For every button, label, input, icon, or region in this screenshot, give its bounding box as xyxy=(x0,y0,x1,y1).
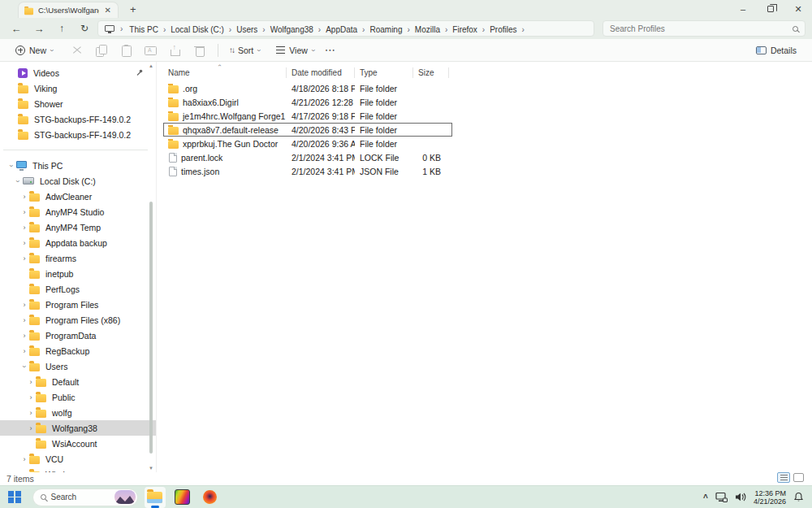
sidebar-item-anymp4-studio[interactable]: ›AnyMP4 Studio xyxy=(0,204,156,219)
column-header-name[interactable]: Name xyxy=(163,67,287,78)
sidebar-item-inetpub[interactable]: inetpub xyxy=(0,266,156,281)
column-header-date-modified[interactable]: Date modified xyxy=(287,67,355,78)
chevron-right-icon[interactable]: › xyxy=(19,332,29,340)
breadcrumb-item[interactable]: Roaming xyxy=(367,25,404,34)
sidebar-item-adwcleaner[interactable]: ›AdwCleaner xyxy=(0,189,156,204)
address-bar[interactable]: › This PC›Local Disk (C:)›Users›Wolfgang… xyxy=(97,20,594,37)
chevron-right-icon[interactable]: › xyxy=(19,254,29,263)
file-row[interactable]: parent.lock2/1/2024 3:41 PMLOCK File0 KB xyxy=(163,150,452,164)
paste-icon[interactable] xyxy=(120,45,132,56)
cut-icon[interactable] xyxy=(71,45,83,56)
chevron-right-icon[interactable]: › xyxy=(19,301,29,309)
notifications-bell-icon[interactable] xyxy=(793,492,804,502)
taskbar-gradient-app[interactable] xyxy=(172,487,193,508)
sidebar-item-viking[interactable]: Viking xyxy=(0,80,156,96)
forward-button[interactable]: → xyxy=(29,23,49,35)
details-pane-button[interactable]: Details xyxy=(750,43,802,58)
rename-icon[interactable] xyxy=(145,45,156,56)
new-button[interactable]: New › xyxy=(10,43,58,58)
file-row[interactable]: je1m4hrc.Wolfgang Forge14/17/2026 9:18 P… xyxy=(163,109,452,123)
sidebar-item-windows[interactable]: ›Windows xyxy=(0,467,156,472)
scroll-up-icon[interactable]: ▲ xyxy=(149,63,153,68)
sidebar-item-regbackup[interactable]: ›RegBackup xyxy=(0,343,156,358)
chevron-down-icon[interactable]: › xyxy=(14,176,22,186)
copy-icon[interactable] xyxy=(96,45,107,56)
start-button[interactable] xyxy=(8,491,21,504)
taskbar-file-explorer[interactable] xyxy=(145,487,166,508)
sidebar-item-program-files-x86-[interactable]: ›Program Files (x86) xyxy=(0,312,156,328)
scroll-down-icon[interactable]: ▼ xyxy=(149,466,153,471)
new-tab-button[interactable]: + xyxy=(130,3,136,15)
share-icon[interactable] xyxy=(169,45,180,56)
chevron-right-icon[interactable]: › xyxy=(19,193,29,201)
sidebar-item-stg-backups-ff-149-0-2[interactable]: STG-backups-FF-149.0.2 xyxy=(0,111,156,127)
sidebar-item-programdata[interactable]: ›ProgramData xyxy=(0,328,156,343)
breadcrumb-item[interactable]: Wolfgang38 xyxy=(268,25,316,34)
chevron-down-icon[interactable]: › xyxy=(20,362,28,371)
explorer-tab[interactable]: C:\Users\Wolfgang38\AppDat ✕ xyxy=(18,2,119,18)
taskbar-firefox[interactable] xyxy=(200,487,221,508)
breadcrumb-item[interactable]: Local Disk (C:) xyxy=(168,25,227,34)
chevron-right-icon[interactable]: › xyxy=(26,424,36,432)
taskbar-search[interactable]: Search xyxy=(32,488,138,506)
chevron-right-icon[interactable]: › xyxy=(19,316,29,324)
icons-view-toggle[interactable] xyxy=(793,473,804,482)
view-button[interactable]: View › xyxy=(270,43,320,58)
scrollbar-thumb[interactable] xyxy=(149,202,153,454)
chevron-right-icon[interactable]: › xyxy=(19,239,29,247)
sidebar-item-appdata-backup[interactable]: ›Appdata backup xyxy=(0,235,156,250)
column-header-size[interactable]: Size xyxy=(413,67,449,78)
up-button[interactable]: ↑ xyxy=(52,23,71,34)
delete-icon[interactable] xyxy=(193,45,205,56)
sidebar-item-this-pc[interactable]: ›This PC xyxy=(0,158,156,173)
sidebar-item-anymp4-temp[interactable]: ›AnyMP4 Temp xyxy=(0,219,156,235)
sidebar-item-videos[interactable]: Videos xyxy=(0,65,156,80)
sidebar-item-users[interactable]: ›Users xyxy=(0,358,156,374)
sidebar-item-firearms[interactable]: ›firearms xyxy=(0,250,156,266)
tab-close-icon[interactable]: ✕ xyxy=(103,6,113,15)
sidebar-item-stg-backups-ff-149-0-2[interactable]: STG-backups-FF-149.0.2 xyxy=(0,127,156,142)
sidebar-item-program-files[interactable]: ›Program Files xyxy=(0,297,156,312)
file-row[interactable]: times.json2/1/2024 3:41 PMJSON File1 KB xyxy=(163,164,452,178)
chevron-right-icon[interactable]: › xyxy=(26,409,36,417)
chevron-right-icon[interactable]: › xyxy=(19,224,29,232)
file-row[interactable]: qhqxa8v7.default-release4/20/2026 8:43 P… xyxy=(163,123,452,137)
details-view-toggle[interactable] xyxy=(777,472,790,483)
sidebar-scrollbar[interactable]: ▲ ▼ xyxy=(147,63,155,471)
sidebar-item-local-disk-c-[interactable]: ›Local Disk (C:) xyxy=(0,173,156,189)
sidebar-item-wolfg[interactable]: ›wolfg xyxy=(0,405,156,420)
breadcrumb-item[interactable]: Users xyxy=(234,25,260,34)
file-row[interactable]: xpprbkuj.The Gun Doctor4/20/2026 9:36 AM… xyxy=(163,137,452,150)
column-header-type[interactable]: Type xyxy=(355,67,413,78)
search-input[interactable] xyxy=(610,24,793,33)
chevron-down-icon[interactable]: › xyxy=(7,161,15,171)
breadcrumb-item[interactable]: This PC xyxy=(127,25,161,34)
sidebar-item-perflogs[interactable]: PerfLogs xyxy=(0,281,156,297)
chevron-right-icon[interactable]: › xyxy=(19,208,29,216)
back-button[interactable]: ← xyxy=(6,23,26,35)
breadcrumb-item[interactable]: Firefox xyxy=(450,25,480,34)
file-row[interactable]: .org4/18/2026 8:18 PMFile folder xyxy=(163,81,452,95)
sidebar-item-default[interactable]: ›Default xyxy=(0,374,156,389)
minimize-button[interactable]: – xyxy=(729,0,757,18)
hidden-icons-chevron[interactable]: ^ xyxy=(703,493,708,502)
sidebar-item-vcu[interactable]: ›VCU xyxy=(0,451,156,467)
breadcrumb-item[interactable]: AppData xyxy=(323,25,360,34)
breadcrumb-item[interactable]: Mozilla xyxy=(412,25,443,34)
close-button[interactable]: ✕ xyxy=(784,0,812,18)
sidebar-item-shower[interactable]: Shower xyxy=(0,96,156,111)
chevron-right-icon[interactable]: › xyxy=(26,393,36,402)
search-box[interactable] xyxy=(603,20,806,37)
more-options-button[interactable]: ⋯ xyxy=(325,44,336,56)
breadcrumb-item[interactable]: Profiles xyxy=(487,25,519,34)
chevron-right-icon[interactable]: › xyxy=(19,455,29,463)
file-row[interactable]: ha8xiax6.Digirl4/21/2026 12:28 PMFile fo… xyxy=(163,95,452,109)
chevron-right-icon[interactable]: › xyxy=(26,378,36,386)
speaker-icon[interactable] xyxy=(735,492,746,502)
restore-button[interactable] xyxy=(757,0,784,18)
chevron-right-icon[interactable]: › xyxy=(19,347,29,355)
refresh-button[interactable]: ↻ xyxy=(75,23,94,34)
sidebar-item-public[interactable]: ›Public xyxy=(0,389,156,405)
sidebar-item-wsiaccount[interactable]: WsiAccount xyxy=(0,436,156,451)
network-icon[interactable] xyxy=(715,492,728,502)
